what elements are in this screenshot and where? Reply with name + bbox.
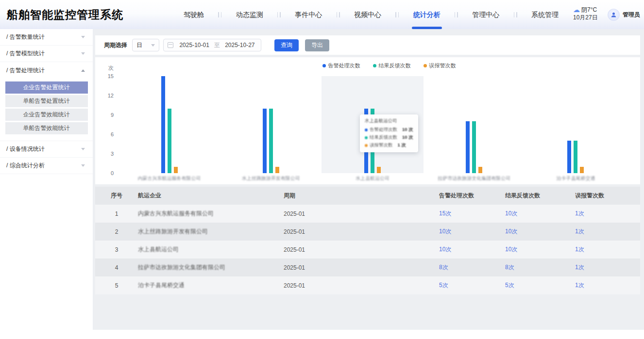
sidebar-group-alarm-model[interactable]: / 告警模型统计	[0, 46, 93, 62]
statistics-table: 序号 航运企业 周期 告警处理次数 结果反馈次数 误报警次数 1 内蒙古兴东航运…	[95, 187, 640, 294]
handled-count-link[interactable]: 10次	[439, 228, 451, 235]
x-axis-label: 水上丝路旅游开发有限公司	[220, 175, 322, 182]
legend-item-alarm-handled[interactable]: 告警处理次数	[322, 62, 360, 69]
user-role-label: 管理员	[623, 11, 640, 19]
y-tick: 9	[95, 112, 114, 118]
x-axis-label: 内蒙古兴东航运服务有限公司	[119, 175, 220, 182]
bar[interactable]	[168, 109, 171, 173]
chevron-down-icon	[81, 36, 85, 38]
y-tick: 12	[95, 93, 114, 98]
feedback-count-link[interactable]: 10次	[505, 210, 517, 217]
bar[interactable]	[269, 109, 273, 173]
bar-group[interactable]	[220, 76, 322, 173]
weather-date: 10月27日	[573, 14, 603, 21]
chevron-down-icon	[81, 164, 85, 167]
avatar[interactable]	[608, 9, 620, 21]
nav-divider	[455, 12, 458, 17]
bar[interactable]	[275, 167, 279, 173]
bar-group[interactable]	[119, 76, 220, 173]
table-row: 4 拉萨市达孜旅游文化集团有限公司 2025-01 8次 8次 1次	[95, 258, 640, 276]
false-alarm-count-link[interactable]: 1次	[575, 228, 584, 235]
sidebar-group-alarm-quantity[interactable]: / 告警数量统计	[0, 29, 93, 46]
chevron-down-icon	[81, 148, 85, 150]
col-header-feedback: 结果反馈次数	[505, 192, 575, 200]
sidebar-group-alarm-handling[interactable]: / 告警处理统计	[0, 62, 93, 79]
bar-group[interactable]	[424, 76, 525, 173]
tooltip-dot	[365, 136, 368, 139]
top-header: 船舶智能监控管理系统 驾驶舱 动态监测 事件中心 视频中心 统计分析 管理中心 …	[0, 0, 644, 29]
table-header-row: 序号 航运企业 周期 告警处理次数 结果反馈次数 误报警次数	[95, 187, 640, 205]
user-box[interactable]: 管理员	[608, 0, 640, 29]
period-select-label: 周期选择	[104, 41, 127, 49]
false-alarm-count-link[interactable]: 1次	[575, 210, 584, 217]
handled-count-link[interactable]: 10次	[439, 246, 451, 253]
bar-chart: 告警处理次数 结果反馈次数 误报警次数 次 15 12 9 6 3 0	[95, 57, 640, 184]
company-cell: 内蒙古兴东航运服务有限公司	[138, 210, 284, 218]
legend-item-false-alarm[interactable]: 误报警次数	[424, 62, 456, 69]
bar[interactable]	[174, 167, 178, 173]
feedback-count-link[interactable]: 8次	[505, 264, 514, 271]
date-end-value[interactable]: 2025-10-27	[223, 42, 257, 48]
table-row: 3 水上县航运公司 2025-01 10次 10次 1次	[95, 241, 640, 258]
tooltip-title: 水上县航运公司	[365, 118, 413, 124]
bar[interactable]	[574, 141, 577, 173]
company-cell: 拉萨市达孜旅游文化集团有限公司	[138, 263, 284, 272]
sidebar-item-ship-alarm-efficiency[interactable]: 单船告警效能统计	[5, 122, 88, 134]
chevron-down-icon	[151, 44, 155, 47]
sidebar-item-company-alarm-efficiency[interactable]: 企业告警效能统计	[5, 109, 88, 121]
sidebar-group-label: / 设备情况统计	[6, 145, 45, 153]
false-alarm-count-link[interactable]: 1次	[575, 264, 584, 271]
y-tick: 0	[95, 170, 114, 176]
bar[interactable]	[580, 167, 584, 173]
sidebar-submenu: 企业告警处置统计 单船告警处置统计 企业告警效能统计 单船告警效能统计	[0, 79, 93, 141]
period-select[interactable]: 日	[132, 39, 159, 51]
handled-count-link[interactable]: 5次	[439, 282, 448, 289]
weather-temp: 阴7°C	[581, 6, 597, 14]
false-alarm-count-link[interactable]: 1次	[575, 282, 584, 289]
chevron-up-icon	[81, 69, 85, 72]
bar-group[interactable]	[525, 76, 627, 173]
table-row: 2 水上丝路旅游开发有限公司 2025-01 10次 10次 1次	[95, 223, 640, 241]
date-start-value[interactable]: 2025-10-01	[177, 42, 211, 48]
company-cell: 水上丝路旅游开发有限公司	[138, 227, 284, 236]
nav-item-management-center[interactable]: 管理中心	[472, 0, 499, 29]
chevron-down-icon	[81, 52, 85, 55]
nav-divider	[218, 12, 221, 17]
x-axis-label: 水上县航运公司	[322, 175, 423, 182]
nav-item-statistics-analysis[interactable]: 统计分析	[413, 0, 441, 29]
legend-dot	[424, 64, 427, 67]
legend-item-result-feedback[interactable]: 结果反馈次数	[373, 62, 411, 69]
sidebar-item-ship-alarm-disposal[interactable]: 单船告警处置统计	[5, 95, 88, 107]
nav-item-event-center[interactable]: 事件中心	[295, 0, 322, 29]
nav-item-system-management[interactable]: 系统管理	[531, 0, 559, 29]
bar[interactable]	[377, 167, 381, 173]
bar[interactable]	[567, 141, 571, 173]
nav-item-cockpit[interactable]: 驾驶舱	[184, 0, 204, 29]
sidebar-group-comprehensive-analysis[interactable]: / 综合统计分析	[0, 158, 93, 174]
feedback-count-link[interactable]: 5次	[505, 282, 514, 289]
nav-item-dynamic-monitoring[interactable]: 动态监测	[236, 0, 263, 29]
export-button[interactable]: 导出	[305, 39, 329, 51]
bar[interactable]	[478, 167, 482, 173]
y-axis-unit: 次	[95, 65, 114, 72]
bar[interactable]	[472, 121, 476, 173]
sidebar-item-company-alarm-disposal[interactable]: 企业告警处置统计	[5, 81, 88, 94]
nav-item-video-center[interactable]: 视频中心	[354, 0, 381, 29]
false-alarm-count-link[interactable]: 1次	[575, 246, 584, 253]
handled-count-link[interactable]: 8次	[439, 264, 448, 271]
table-row: 5 泊卡子县尾桥交通 2025-01 5次 5次 1次	[95, 276, 640, 294]
nav-divider	[395, 12, 399, 17]
feedback-count-link[interactable]: 10次	[505, 228, 517, 235]
feedback-count-link[interactable]: 10次	[505, 246, 517, 253]
sidebar-group-label: / 综合统计分析	[6, 161, 45, 170]
bar[interactable]	[161, 76, 165, 173]
query-button[interactable]: 查询	[274, 39, 299, 51]
bottom-strip	[0, 330, 644, 339]
bar[interactable]	[466, 121, 470, 173]
handled-count-link[interactable]: 15次	[439, 210, 451, 217]
col-header-no: 序号	[95, 192, 138, 200]
sidebar-group-device-status[interactable]: / 设备情况统计	[0, 141, 93, 158]
date-range-picker[interactable]: 2025-10-01 至 2025-10-27	[163, 39, 261, 51]
bar[interactable]	[263, 109, 267, 173]
period-cell: 2025-01	[284, 282, 439, 289]
